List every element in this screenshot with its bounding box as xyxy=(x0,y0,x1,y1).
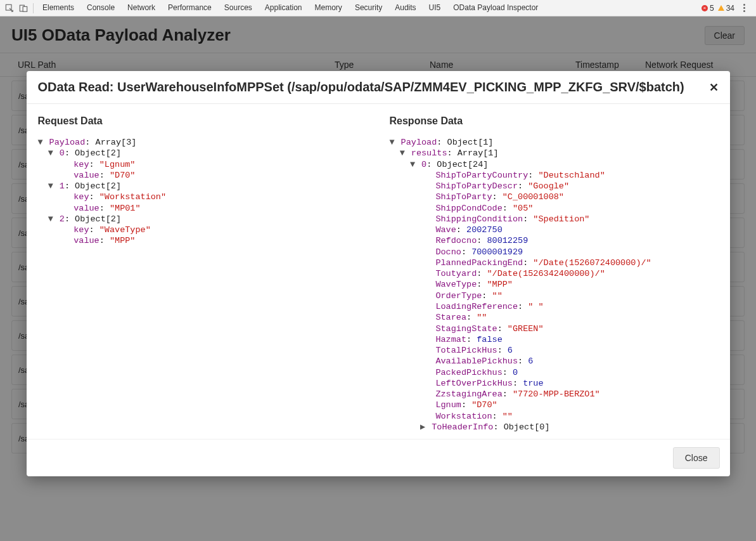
tab-elements[interactable]: Elements xyxy=(36,0,80,16)
response-pane: Response Data ▼ Payload: Object[1] ▼ res… xyxy=(378,115,730,433)
svg-rect-2 xyxy=(23,6,27,11)
tab-sources[interactable]: Sources xyxy=(218,0,259,16)
error-count: 5 xyxy=(710,4,714,13)
tab-memory[interactable]: Memory xyxy=(309,0,349,16)
tab-odata-inspector[interactable]: OData Payload Inspector xyxy=(447,0,544,16)
tab-ui5[interactable]: UI5 xyxy=(423,0,447,16)
tab-performance[interactable]: Performance xyxy=(162,0,218,16)
tab-audits[interactable]: Audits xyxy=(388,0,422,16)
tab-network[interactable]: Network xyxy=(121,0,162,16)
request-pane: Request Data ▼ Payload: Array[3] ▼ 0: Ob… xyxy=(27,115,378,433)
modal-dialog: OData Read: UserWarehouseInfoMPPSet (/sa… xyxy=(27,71,730,476)
warning-count-badge[interactable]: 34 xyxy=(718,4,734,13)
error-count-badge[interactable]: × 5 xyxy=(702,4,714,13)
more-menu-icon[interactable] xyxy=(738,4,750,12)
modal-overlay: OData Read: UserWarehouseInfoMPPSet (/sa… xyxy=(0,16,756,541)
inspect-icon[interactable] xyxy=(3,1,16,15)
close-button[interactable]: Close xyxy=(673,447,720,469)
request-tree[interactable]: ▼ Payload: Array[3] ▼ 0: Object[2] key: … xyxy=(38,137,367,247)
modal-title: OData Read: UserWarehouseInfoMPPSet (/sa… xyxy=(38,80,684,95)
error-icon: × xyxy=(702,5,708,11)
separator xyxy=(33,3,34,13)
warning-count: 34 xyxy=(726,4,734,13)
warning-icon xyxy=(718,5,724,11)
devtools-tabs: Elements Console Network Performance Sou… xyxy=(36,0,544,16)
tab-security[interactable]: Security xyxy=(349,0,388,16)
request-heading: Request Data xyxy=(38,115,367,127)
response-tree[interactable]: ▼ Payload: Object[1] ▼ results: Array[1]… xyxy=(390,137,719,433)
tab-application[interactable]: Application xyxy=(259,0,309,16)
tab-console[interactable]: Console xyxy=(80,0,121,16)
devtools-tabbar: Elements Console Network Performance Sou… xyxy=(0,0,756,16)
response-heading: Response Data xyxy=(390,115,719,127)
device-toggle-icon[interactable] xyxy=(16,1,30,15)
close-icon[interactable]: ✕ xyxy=(709,81,719,95)
